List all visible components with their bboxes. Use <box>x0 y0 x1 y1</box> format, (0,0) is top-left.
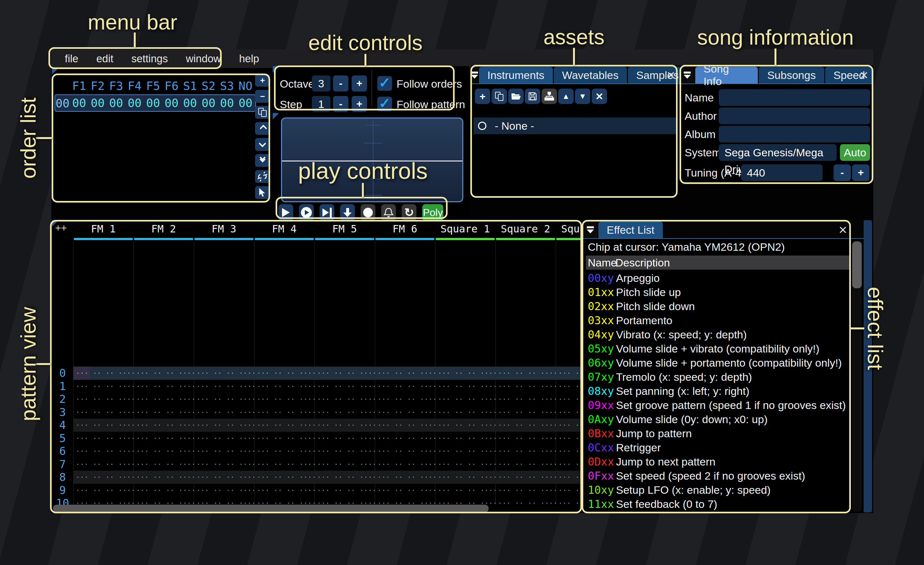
pattern-cell[interactable]: ··· ·· ·· ···· <box>556 419 582 432</box>
pattern-cell[interactable]: ··· ·· ·· ···· <box>134 392 194 406</box>
pattern-cell[interactable]: ··· ·· ·· ···· <box>495 392 556 406</box>
pattern-cell[interactable]: ··· ·· ·· ···· <box>556 392 582 406</box>
pattern-cell[interactable]: ··· ·· ·· ···· <box>375 392 435 406</box>
tab-song-info[interactable]: Song Info <box>695 67 758 83</box>
order-cell[interactable]: 00 <box>144 96 162 110</box>
effect-row[interactable]: 00xyArpeggio <box>583 271 851 285</box>
pattern-row[interactable]: 8··· ·· ·· ······· ·· ·· ······· ·· ·· ·… <box>52 470 582 484</box>
tuning-decrease-button[interactable]: - <box>834 164 851 181</box>
pattern-cell[interactable]: ··· ·· ·· ···· <box>556 380 582 393</box>
pattern-cell[interactable]: ··· ·· ·· ···· <box>314 380 375 393</box>
pattern-cell[interactable]: ··· ·· ·· ···· <box>314 367 375 380</box>
tab-subsongs[interactable]: Subsongs <box>759 67 824 83</box>
system-auto-button[interactable]: Auto <box>840 144 870 161</box>
pattern-cell[interactable]: ··· ·· ·· ···· <box>435 406 495 419</box>
menu-item-edit[interactable]: edit <box>87 50 122 68</box>
pattern-cell[interactable]: ··· ·· ·· ···· <box>556 470 582 484</box>
pattern-cell[interactable]: ··· ·· ·· ···· <box>495 367 556 380</box>
pattern-cell[interactable]: ··· ·· ·· ···· <box>134 380 194 393</box>
follow-orders-checkbox[interactable]: ✓ <box>377 76 392 91</box>
pattern-cell[interactable]: ··· ·· ·· ···· <box>73 458 134 471</box>
pattern-cell[interactable]: ··· ·· ·· ···· <box>375 458 435 471</box>
order-cell[interactable]: 00 <box>162 96 181 110</box>
effect-row[interactable]: 05xyVolume slide + vibrato (compatibilit… <box>583 341 851 356</box>
pattern-cell[interactable]: ··· ·· ·· ···· <box>435 432 495 445</box>
menu-item-help[interactable]: help <box>230 50 268 68</box>
step-decrease-button[interactable]: - <box>333 96 348 112</box>
play-one-row-button[interactable] <box>320 204 334 221</box>
effect-row[interactable]: 0DxxJump to next pattern <box>583 455 851 469</box>
pattern-row[interactable]: 3··· ·· ·· ······· ·· ·· ······· ·· ·· ·… <box>52 406 582 419</box>
pattern-cell[interactable]: ··· ·· ·· ···· <box>134 484 194 497</box>
pattern-cell[interactable]: ··· ·· ·· ···· <box>134 458 194 471</box>
pattern-row[interactable]: 9··· ·· ·· ······· ·· ·· ······· ·· ·· ·… <box>52 484 582 497</box>
move-order-up-button[interactable] <box>255 122 270 135</box>
pattern-cell[interactable]: ··· ·· ·· ···· <box>254 458 314 471</box>
pattern-row[interactable]: 2··· ·· ·· ······· ·· ·· ······· ·· ·· ·… <box>52 392 582 406</box>
album-input[interactable] <box>718 126 870 143</box>
move-asset-down-button[interactable]: ▼ <box>575 89 590 104</box>
effect-row[interactable]: 10xySetup LFO (x: enable; y: speed) <box>583 483 851 497</box>
deep-clone-order-button[interactable] <box>255 170 270 183</box>
pattern-cell[interactable]: ··· ·· ·· ···· <box>194 419 254 432</box>
tab-effect-list[interactable]: Effect List <box>598 221 663 238</box>
metronome-button[interactable] <box>381 204 396 221</box>
effect-row[interactable]: 06xyVolume slide + portamento (compatibi… <box>583 356 851 370</box>
octave-increase-button[interactable]: + <box>352 75 367 92</box>
pattern-cell[interactable]: ··· ·· ·· ···· <box>73 367 134 380</box>
effect-row[interactable]: 01xxPitch slide up <box>583 285 851 299</box>
pattern-cell[interactable]: ··· ·· ·· ···· <box>134 432 194 445</box>
pattern-cell[interactable]: ··· ·· ·· ···· <box>134 419 194 432</box>
pattern-cell[interactable]: ··· ·· ·· ···· <box>495 497 556 510</box>
window-menu-button[interactable] <box>680 67 694 83</box>
order-cell[interactable]: 00 <box>70 96 88 110</box>
name-input[interactable] <box>718 89 870 106</box>
effect-row[interactable]: 11xxSet feedback (0 to 7) <box>583 497 851 511</box>
pattern-cell[interactable]: ··· ·· ·· ···· <box>314 392 375 406</box>
pattern-cell[interactable]: ··· ·· ·· ···· <box>495 380 556 393</box>
close-effect-list-button[interactable]: × <box>838 223 847 237</box>
octave-value-field[interactable]: 3 <box>312 75 330 92</box>
pattern-vertical-scrollbar[interactable] <box>863 220 872 512</box>
pattern-cell[interactable]: ··· ·· ·· ···· <box>375 432 435 445</box>
order-cell[interactable]: 00 <box>107 96 126 110</box>
add-order-button[interactable]: + <box>255 74 270 87</box>
pattern-cell[interactable]: ··· ·· ·· ···· <box>73 445 134 458</box>
channel-header-fm-4[interactable]: FM 4 <box>254 220 314 241</box>
pattern-cell[interactable]: ··· ·· ·· ···· <box>495 432 556 445</box>
pattern-cell[interactable]: ··· ·· ·· ···· <box>435 470 495 484</box>
step-down-button[interactable] <box>340 204 355 221</box>
pattern-cell[interactable]: ··· ·· ·· ···· <box>435 392 495 406</box>
order-cell[interactable]: 00 <box>181 96 200 110</box>
effect-row[interactable]: 02xxPitch slide down <box>583 299 851 313</box>
pattern-cell[interactable]: ··· ·· ·· ···· <box>435 367 495 380</box>
order-cell[interactable]: 00 <box>218 96 237 110</box>
move-asset-up-button[interactable]: ▲ <box>558 89 574 104</box>
close-assets-button[interactable]: × <box>667 68 675 82</box>
pattern-cell[interactable]: ··· ·· ·· ···· <box>194 484 254 497</box>
pattern-cell[interactable]: ··· ·· ·· ···· <box>375 484 435 497</box>
pattern-cell[interactable]: ··· ·· ·· ···· <box>314 470 375 484</box>
follow-pattern-checkbox[interactable]: ✓ <box>377 97 392 111</box>
pattern-row[interactable]: 0··· ·· ·· ······· ·· ·· ······· ·· ·· ·… <box>52 367 582 380</box>
pattern-cell[interactable]: ··· ·· ·· ···· <box>194 470 254 484</box>
pattern-cell[interactable]: ··· ·· ·· ···· <box>194 367 254 380</box>
channel-header-square-2[interactable]: Square 2 <box>495 220 556 241</box>
system-select[interactable]: Sega Genesis/Mega Drive <box>718 144 837 161</box>
channel-header-fm-3[interactable]: FM 3 <box>194 220 254 241</box>
pattern-cell[interactable]: ··· ·· ·· ···· <box>375 445 435 458</box>
pattern-cell[interactable]: ··· ·· ·· ···· <box>314 484 375 497</box>
menu-item-settings[interactable]: settings <box>122 50 177 68</box>
order-cell[interactable]: 00 <box>199 96 218 110</box>
pattern-row[interactable]: 6··· ·· ·· ······· ·· ·· ······· ·· ·· ·… <box>52 445 582 458</box>
pattern-cell[interactable]: ··· ·· ·· ···· <box>495 419 556 432</box>
channel-header-square-1[interactable]: Square 1 <box>435 220 495 241</box>
step-value-field[interactable]: 1 <box>312 96 330 112</box>
channel-header-fm-6[interactable]: FM 6 <box>375 220 435 241</box>
pattern-cell[interactable]: ··· ·· ·· ···· <box>556 497 582 510</box>
pattern-cell[interactable]: ··· ·· ·· ···· <box>194 432 254 445</box>
duplicate-order-to-end-button[interactable] <box>255 154 270 167</box>
effect-row[interactable]: 09xxSet groove pattern (speed 1 if no gr… <box>583 398 851 412</box>
pattern-cell[interactable]: ··· ·· ·· ···· <box>495 458 556 471</box>
menu-item-window[interactable]: window <box>177 50 230 68</box>
